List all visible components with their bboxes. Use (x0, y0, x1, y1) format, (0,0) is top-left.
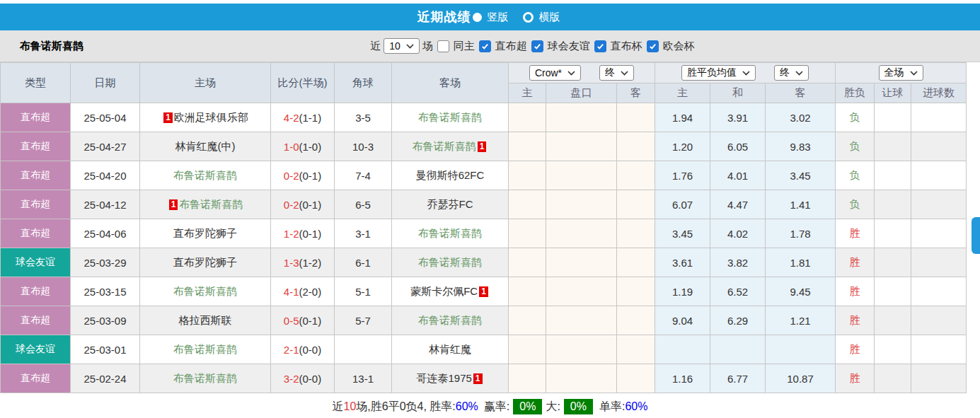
scope-group-header: 全场 (836, 63, 967, 83)
match-type-badge: 球会友谊 (1, 335, 71, 364)
fulltime-score: 0-2 (284, 170, 299, 182)
date-cell: 25-03-29 (71, 248, 140, 277)
home-team-cell: 布鲁诺斯喜鹊 (140, 161, 271, 190)
radio-vertical-layout[interactable] (473, 13, 482, 22)
table-row: 球会友谊25-03-01布鲁诺斯喜鹊2-1(0-0)林肯红魔胜 (1, 335, 967, 364)
home-team-cell: 布鲁诺斯喜鹊 (140, 364, 271, 393)
corners-cell (335, 335, 392, 364)
goals-cell (911, 306, 967, 335)
handicap-line-cell (546, 335, 617, 364)
result-cell: 胜 (836, 277, 875, 306)
subheader-goals: 进球数 (911, 83, 967, 103)
odds-state-select[interactable]: 终 (774, 65, 809, 81)
select-value: 全场 (884, 66, 904, 79)
radio-horizontal-label[interactable]: 横版 (539, 11, 560, 24)
score-cell: 4-2(1-1) (271, 103, 335, 132)
let-ball-cell (875, 132, 911, 161)
same-home-checkbox[interactable] (437, 40, 449, 52)
radio-vertical-label[interactable]: 竖版 (488, 11, 509, 24)
odds-source-select[interactable]: 胜平负均值 (681, 65, 756, 81)
league-label: 欧会杯 (663, 40, 695, 53)
away-team-cell: 蒙斯卡尔佩FC1 (392, 277, 509, 306)
table-row: 直布超25-04-27林肯红魔(中)1-0(1-0)10-3布鲁诺斯喜鹊11.2… (1, 132, 967, 161)
league-checkbox[interactable] (531, 40, 543, 52)
result-cell: 胜 (836, 219, 875, 248)
goals-cell (911, 219, 967, 248)
league-label: 直布超 (495, 40, 527, 53)
league-checkbox[interactable] (647, 40, 659, 52)
page-title: 近期战绩 (417, 8, 471, 25)
check-icon (596, 42, 605, 51)
handicap-away-cell (617, 219, 655, 248)
check-icon (480, 42, 490, 51)
away-team-name: 布鲁诺斯喜鹊 (418, 256, 482, 268)
select-value: Crow* (535, 67, 562, 79)
handicap-home-cell (509, 103, 546, 132)
table-row: 直布超25-03-15布鲁诺斯喜鹊4-1(2-0)5-1蒙斯卡尔佩FC11.19… (1, 277, 967, 306)
handicap-company-select[interactable]: Crow* (529, 65, 581, 81)
summary-count: 10 (344, 400, 357, 413)
home-team-cell: 格拉西斯联 (140, 306, 271, 335)
home-team-cell: 直布罗陀狮子 (140, 248, 271, 277)
scope-select[interactable]: 全场 (879, 65, 923, 81)
halftime-score: (1-0) (299, 141, 322, 153)
games-label: 场 (422, 40, 433, 53)
odds-away-cell: 9.83 (766, 132, 836, 161)
fulltime-score: 1-0 (284, 141, 299, 153)
home-team-name: 布鲁诺斯喜鹊 (173, 285, 237, 297)
radio-horizontal-layout[interactable] (523, 12, 534, 23)
table-row: 直布超25-04-20布鲁诺斯喜鹊0-2(0-1)7-4曼彻斯特62FC1.76… (1, 161, 967, 190)
away-team-cell: 布鲁诺斯喜鹊 (392, 248, 509, 277)
red-card-badge: 1 (163, 112, 173, 123)
result-cell: 胜 (836, 306, 875, 335)
goals-cell (911, 277, 967, 306)
table-row: 直布超25-04-06直布罗陀狮子1-2(0-1)3-1布鲁诺斯喜鹊3.454.… (1, 219, 967, 248)
home-team-name: 林肯红魔(中) (175, 140, 236, 152)
handicap-home-cell (509, 248, 546, 277)
away-team-name: 蒙斯卡尔佩FC (410, 285, 478, 297)
home-team-name: 直布罗陀狮子 (173, 227, 237, 239)
home-team-name: 布鲁诺斯喜鹊 (173, 372, 237, 384)
home-team-cell: 1布鲁诺斯喜鹊 (140, 190, 271, 219)
match-type-badge: 直布超 (1, 161, 71, 190)
odds-draw-cell (710, 335, 766, 364)
handicap-state-select[interactable]: 终 (599, 65, 634, 81)
odds-draw-cell: 4.47 (710, 190, 766, 219)
summary-record: 场,胜6平0负4, 胜率: (356, 400, 455, 414)
home-team-cell: 直布罗陀狮子 (140, 219, 271, 248)
red-card-badge: 1 (478, 141, 487, 152)
corners-cell: 5-7 (335, 306, 392, 335)
corners-cell: 6-1 (335, 248, 392, 277)
let-ball-cell (875, 306, 911, 335)
column-header-away: 客场 (392, 63, 509, 103)
column-header-type: 类型 (1, 63, 71, 103)
league-checkbox[interactable] (594, 40, 606, 52)
handicap-line-cell (546, 132, 617, 161)
result-cell: 负 (836, 103, 875, 132)
chevron-down-icon (621, 71, 628, 76)
summary-prefix: 近 (333, 400, 344, 414)
result-cell: 胜 (836, 248, 875, 277)
date-cell: 25-04-27 (71, 132, 140, 161)
near-count-select[interactable]: 10 (384, 38, 420, 54)
let-ball-cell (875, 248, 911, 277)
league-checkbox[interactable] (479, 40, 491, 52)
team-name: 布鲁诺斯喜鹊 (20, 40, 83, 53)
odds-home-cell: 1.76 (655, 161, 710, 190)
let-ball-cell (875, 190, 911, 219)
let-ball-cell (875, 277, 911, 306)
table-row: 直布超25-05-041欧洲足球俱乐部4-2(1-1)3-5布鲁诺斯喜鹊1.94… (1, 103, 967, 132)
halftime-score: (0-1) (299, 315, 322, 327)
away-team-cell: 乔瑟芬FC (392, 190, 509, 219)
fulltime-score: 2-1 (284, 344, 299, 356)
away-team-cell: 布鲁诺斯喜鹊1 (392, 132, 509, 161)
summary-win-rate: 60% (456, 400, 478, 413)
halftime-score: (0-1) (299, 170, 322, 182)
odds-group-header: 胜平负均值 终 (655, 63, 836, 83)
scrollbar-thumb[interactable] (972, 217, 980, 254)
away-team-cell: 布鲁诺斯喜鹊 (392, 103, 509, 132)
let-ball-cell (875, 364, 911, 393)
home-team-name: 直布罗陀狮子 (173, 256, 237, 268)
table-row: 直布超25-03-09格拉西斯联0-5(0-1)5-7布鲁诺斯喜鹊9.046.2… (1, 306, 967, 335)
chevron-down-icon (406, 44, 414, 49)
